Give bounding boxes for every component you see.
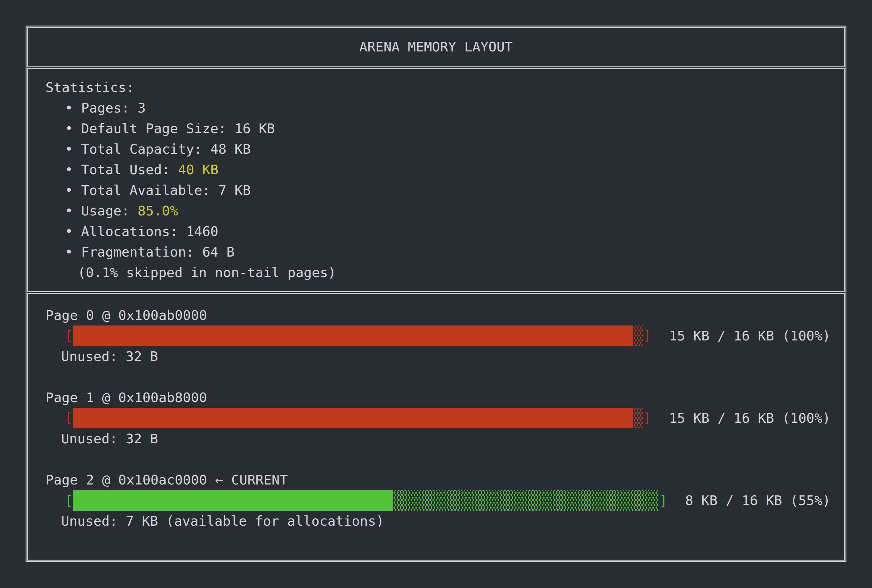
stat-item: • Fragmentation: 64 B — [45, 242, 831, 262]
page-unused-text: Unused: 32 B — [61, 428, 830, 449]
stat-label: Total Used: — [81, 159, 170, 180]
bullet-icon: • — [65, 139, 81, 159]
bar-used-fill — [73, 326, 633, 346]
stat-label: Total Capacity: — [81, 139, 202, 159]
memory-bar: [ ] 15 KB / 16 KB (100%) — [65, 408, 830, 428]
bar-usage-text: 15 KB / 16 KB (100%) — [669, 326, 830, 346]
bar-open-bracket: [ — [65, 326, 73, 346]
page-block: Page 0 @ 0x100ab0000 [ ] 15 KB / 16 KB (… — [45, 305, 830, 367]
page-block: Page 1 @ 0x100ab8000 [ ] 15 KB / 16 KB (… — [45, 387, 830, 449]
outer-frame: ARENA MEMORY LAYOUT Statistics: • Pages:… — [26, 26, 846, 562]
page-heading: Page 1 @ 0x100ab8000 — [45, 387, 830, 408]
bullet-icon: • — [65, 221, 81, 242]
stat-item: • Total Available: 7 KB — [45, 180, 831, 201]
fragmentation-note: (0.1% skipped in non-tail pages) — [78, 262, 831, 283]
bar-track — [73, 408, 643, 428]
bar-usage-text: 15 KB / 16 KB (100%) — [669, 408, 830, 428]
bar-used-fill — [73, 490, 393, 511]
stat-value: 48 KB — [210, 139, 251, 159]
bar-track — [73, 326, 643, 346]
bar-track — [73, 490, 659, 511]
stats-heading: Statistics: — [45, 77, 831, 98]
stat-label: Usage: — [81, 201, 129, 221]
bullet-icon: • — [65, 242, 81, 262]
page-unused-text: Unused: 32 B — [61, 346, 830, 367]
stat-value: 85.0% — [138, 201, 178, 221]
bar-open-bracket: [ — [65, 408, 73, 428]
stat-value: 64 B — [202, 242, 234, 262]
stats-box: Statistics: • Pages: 3 • Default Page Si… — [27, 68, 845, 292]
stat-item: • Allocations: 1460 — [45, 221, 831, 242]
stat-item: • Total Used: 40 KB — [45, 159, 831, 180]
bullet-icon: • — [65, 118, 81, 139]
bar-free-region — [393, 490, 660, 511]
bar-usage-text: 8 KB / 16 KB (55%) — [685, 490, 830, 511]
bar-free-region — [633, 326, 643, 346]
terminal-screen: { "title": "ARENA MEMORY LAYOUT", "color… — [0, 0, 872, 588]
page-title: ARENA MEMORY LAYOUT — [28, 36, 844, 57]
stat-label: Fragmentation: — [81, 242, 194, 262]
bar-close-bracket: ] — [659, 490, 668, 511]
memory-bar: [ ] 15 KB / 16 KB (100%) — [65, 326, 830, 346]
bullet-icon: • — [65, 180, 81, 201]
stat-value: 16 KB — [234, 118, 275, 139]
stat-label: Pages: — [81, 98, 129, 118]
bar-close-bracket: ] — [643, 408, 651, 428]
bar-close-bracket: ] — [643, 326, 651, 346]
pages-box: Page 0 @ 0x100ab0000 [ ] 15 KB / 16 KB (… — [27, 293, 845, 561]
bullet-icon: • — [65, 159, 81, 180]
bullet-icon: • — [65, 98, 81, 118]
stat-value: 3 — [138, 98, 146, 118]
page-block: Page 2 @ 0x100ac0000 ← CURRENT [ ] 8 KB … — [45, 470, 830, 531]
stat-value: 40 KB — [178, 159, 218, 180]
stat-item: • Default Page Size: 16 KB — [45, 118, 831, 139]
stat-value: 7 KB — [218, 180, 251, 201]
stat-item: • Pages: 3 — [45, 98, 831, 118]
page-unused-text: Unused: 7 KB (available for allocations) — [61, 511, 830, 531]
bar-free-region — [633, 408, 643, 428]
stat-label: Allocations: — [81, 221, 178, 242]
bar-used-fill — [73, 408, 633, 428]
bar-open-bracket: [ — [65, 490, 73, 511]
bullet-icon: • — [65, 201, 81, 221]
stat-label: Default Page Size: — [81, 118, 227, 139]
stat-label: Total Available: — [81, 180, 210, 201]
page-heading: Page 0 @ 0x100ab0000 — [45, 305, 830, 326]
memory-bar: [ ] 8 KB / 16 KB (55%) — [65, 490, 830, 511]
page-heading: Page 2 @ 0x100ac0000 ← CURRENT — [45, 470, 830, 490]
stat-item: • Total Capacity: 48 KB — [45, 139, 831, 159]
stat-value: 1460 — [186, 221, 219, 242]
title-box: ARENA MEMORY LAYOUT — [27, 27, 845, 68]
stat-item: • Usage: 85.0% — [45, 201, 831, 221]
